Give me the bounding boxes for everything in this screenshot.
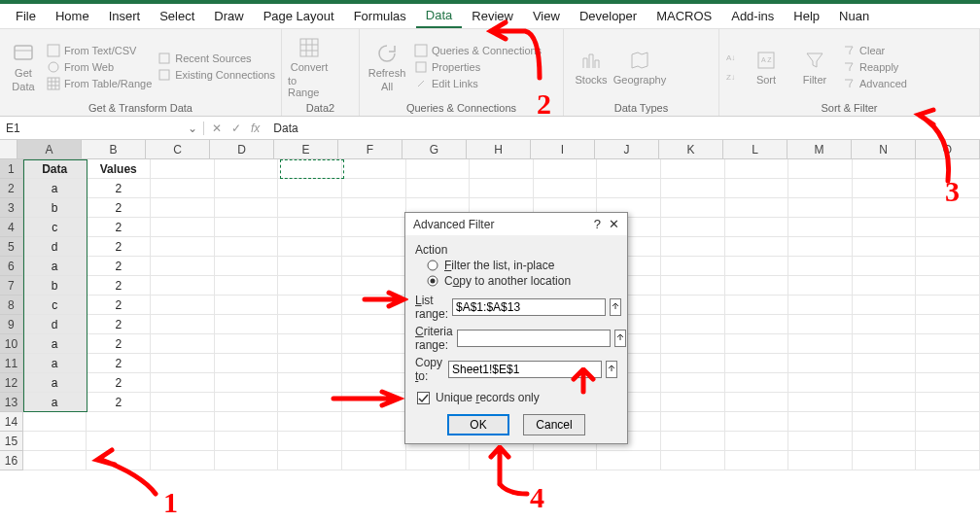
cell[interactable] [916,315,980,334]
cell[interactable] [151,412,215,432]
cell[interactable] [725,179,789,198]
cell[interactable] [597,451,661,470]
cell[interactable] [278,393,342,412]
row-header[interactable]: 1 [0,159,23,179]
cell[interactable] [534,159,598,179]
filter-clear[interactable]: Clear [842,44,907,57]
cell[interactable] [916,179,980,198]
cell[interactable] [342,296,406,315]
from-web[interactable]: From Web [47,60,152,74]
cell[interactable] [597,159,661,179]
queries-connections[interactable]: Queries & Connections [414,44,542,57]
radio-filter-inplace[interactable]: Filter the list, in-place [427,259,617,272]
cell[interactable] [916,257,980,276]
tab-insert[interactable]: Insert [99,5,151,27]
row-header[interactable]: 10 [0,334,23,354]
cell[interactable] [853,432,917,451]
col-header-N[interactable]: N [852,140,916,159]
cell[interactable]: 2 [87,179,151,198]
cell[interactable] [151,315,215,334]
cell[interactable]: 2 [87,198,151,218]
cell[interactable] [661,393,725,412]
tab-page-layout[interactable]: Page Layout [254,5,344,27]
cell[interactable] [661,296,725,315]
cell[interactable] [151,237,215,257]
cell[interactable] [725,237,789,257]
cell[interactable] [788,393,853,412]
stocks-button[interactable]: Stocks [570,33,612,100]
cell[interactable]: 2 [87,296,151,315]
cell[interactable] [342,412,406,432]
cell[interactable] [661,198,725,218]
cell[interactable] [278,315,342,334]
unique-records-checkbox[interactable]: Unique records only [417,391,617,404]
cell[interactable] [788,354,853,373]
cell[interactable] [278,373,342,393]
cell[interactable] [215,179,279,198]
tab-select[interactable]: Select [150,5,204,27]
cell[interactable] [661,373,725,393]
cell[interactable] [278,159,342,179]
cell[interactable]: c [23,296,88,315]
cell[interactable] [853,257,917,276]
cell[interactable] [23,412,88,432]
help-button[interactable]: ? [594,217,601,231]
cell[interactable] [661,179,725,198]
sort-button[interactable]: A Z Sort [745,33,788,100]
cell[interactable] [597,179,661,198]
cell[interactable] [342,373,406,393]
cell[interactable] [788,276,853,296]
cell[interactable] [278,451,342,470]
cell[interactable]: 2 [87,354,151,373]
cell[interactable]: Values [87,159,151,179]
cell[interactable] [278,237,342,257]
cell[interactable] [661,237,725,257]
filter-advanced[interactable]: Advanced [842,77,907,90]
cell[interactable] [788,432,853,451]
cell[interactable] [725,315,789,334]
col-header-K[interactable]: K [659,140,723,159]
cell[interactable]: b [23,276,88,296]
cell[interactable]: c [23,218,88,237]
cell[interactable] [151,179,215,198]
cell[interactable] [725,393,789,412]
properties[interactable]: Properties [414,60,542,74]
list-range-input[interactable] [452,298,606,316]
cell[interactable] [916,373,980,393]
geography-button[interactable]: Geography [618,33,661,100]
from-text-csv[interactable]: From Text/CSV [47,44,152,57]
cell[interactable] [916,334,980,354]
row-header[interactable]: 14 [0,412,23,432]
cell[interactable] [853,354,917,373]
cell[interactable] [916,296,980,315]
row-header[interactable]: 9 [0,315,23,334]
chevron-down-icon[interactable]: ⌄ [188,122,197,135]
cancel-button[interactable]: Cancel [523,414,585,435]
col-header-C[interactable]: C [146,140,210,159]
cell[interactable] [151,257,215,276]
cell[interactable] [788,159,853,179]
col-header-F[interactable]: F [338,140,402,159]
cell[interactable] [853,315,917,334]
cell[interactable] [342,257,406,276]
cell[interactable] [788,218,853,237]
cell[interactable]: 2 [87,276,151,296]
cell[interactable] [916,159,980,179]
cell[interactable] [725,218,789,237]
cell[interactable] [215,412,279,432]
cell[interactable]: a [23,334,88,354]
cell[interactable] [151,393,215,412]
cell[interactable] [853,237,917,257]
cell[interactable] [661,276,725,296]
cell[interactable]: a [23,373,88,393]
cell[interactable] [661,432,725,451]
copy-to-input[interactable] [448,361,602,378]
cell[interactable] [278,432,342,451]
col-header-I[interactable]: I [531,140,595,159]
cell[interactable] [788,373,853,393]
tab-data[interactable]: Data [416,4,462,28]
cell[interactable]: d [23,237,88,257]
cell[interactable] [278,354,342,373]
ok-button[interactable]: OK [447,414,509,435]
filter-button[interactable]: Filter [793,33,836,100]
